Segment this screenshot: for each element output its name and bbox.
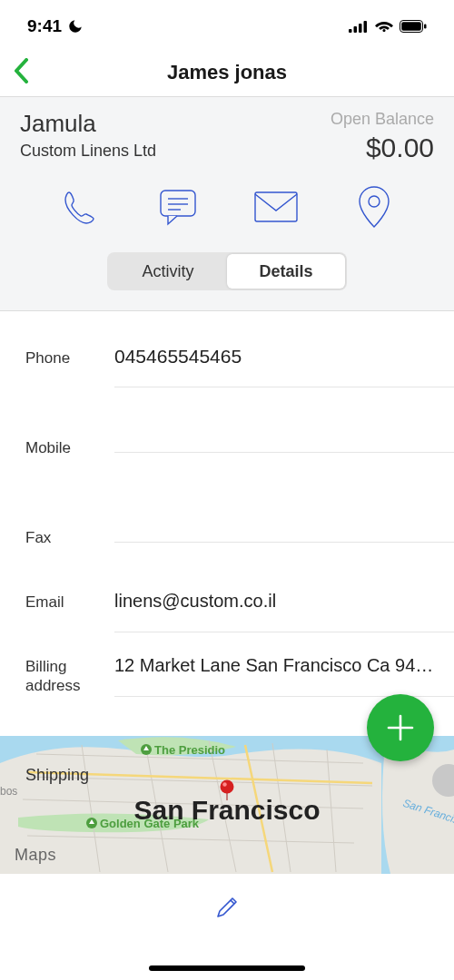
map-label-presidio: The Presidio [141, 743, 225, 757]
row-mobile: Mobile [25, 402, 454, 492]
contact-actions [20, 183, 434, 230]
label-phone: Phone [25, 340, 114, 402]
edit-button[interactable] [214, 895, 240, 924]
call-action[interactable] [56, 183, 104, 230]
email-icon [253, 191, 299, 223]
svg-rect-3 [364, 21, 368, 33]
nav-bar: James jonas [0, 49, 454, 96]
svg-rect-7 [161, 191, 195, 216]
status-indicators [349, 20, 427, 33]
svg-rect-11 [255, 192, 297, 221]
plus-icon [385, 712, 416, 743]
pencil-icon [214, 895, 240, 920]
battery-icon [400, 20, 427, 33]
details-section: Phone 045465545465 Mobile Fax Email line… [0, 311, 454, 730]
tab-details[interactable]: Details [227, 254, 345, 289]
maps-provider-badge: Maps [15, 846, 56, 865]
svg-point-27 [221, 779, 234, 793]
row-phone: Phone 045465545465 [25, 337, 454, 402]
chat-icon [157, 186, 199, 228]
label-shipping-cut: Shipping [25, 766, 89, 784]
label-billing: Billing address [25, 648, 114, 730]
customer-summary: Jamula Custom Linens Ltd Open Balance $0… [0, 97, 454, 310]
label-fax: Fax [25, 520, 114, 582]
value-email[interactable]: linens@custom.co.il [114, 582, 454, 632]
location-icon [356, 184, 392, 230]
value-mobile[interactable] [114, 402, 454, 453]
row-fax: Fax [25, 492, 454, 582]
row-email: Email linens@custom.co.il [25, 582, 454, 646]
status-time: 9:41 [27, 16, 84, 36]
map-label-bos: bos [0, 785, 17, 798]
value-billing[interactable]: 12 Market Lane San Francisco Ca 941… [114, 646, 454, 697]
svg-rect-1 [354, 26, 358, 33]
back-button[interactable] [13, 58, 31, 87]
svg-point-28 [222, 782, 226, 786]
cellular-icon [349, 20, 369, 33]
svg-rect-2 [359, 24, 362, 33]
tree-icon [86, 818, 97, 828]
svg-line-31 [231, 900, 234, 904]
open-balance-label: Open Balance [331, 110, 434, 129]
moon-icon [67, 18, 84, 34]
time-text: 9:41 [27, 16, 62, 36]
svg-rect-5 [401, 22, 421, 31]
label-email: Email [25, 584, 114, 646]
svg-point-12 [369, 196, 380, 207]
svg-rect-0 [349, 29, 352, 33]
tab-activity[interactable]: Activity [109, 254, 227, 289]
page-title: James jonas [167, 61, 287, 84]
tree-icon [141, 744, 152, 755]
phone-icon [58, 185, 102, 229]
balance-amount: $0.00 [331, 132, 434, 163]
segmented-control: Activity Details [107, 252, 347, 290]
value-phone[interactable]: 045465545465 [114, 337, 454, 387]
fab-add[interactable] [367, 694, 434, 761]
wifi-icon [375, 20, 393, 33]
map-action[interactable] [350, 183, 398, 230]
svg-rect-6 [424, 24, 427, 29]
value-fax[interactable] [114, 492, 454, 543]
home-indicator[interactable] [149, 965, 305, 971]
chat-action[interactable] [154, 183, 202, 230]
customer-company: Custom Linens Ltd [20, 142, 156, 161]
customer-display-name: Jamula [20, 110, 156, 138]
label-mobile: Mobile [25, 430, 114, 492]
chevron-left-icon [13, 58, 31, 83]
email-action[interactable] [252, 183, 300, 230]
map-city-label: San Francisco [133, 795, 320, 826]
status-bar: 9:41 [0, 0, 454, 49]
